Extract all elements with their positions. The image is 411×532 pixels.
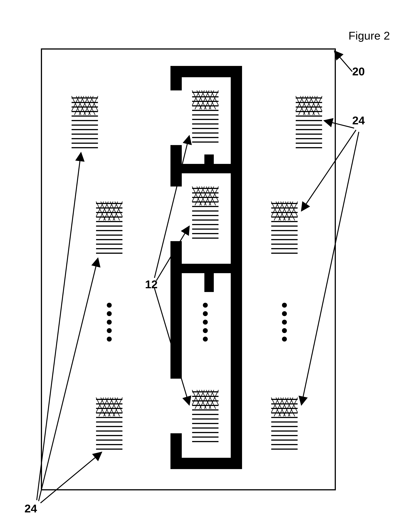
svg-rect-34 (171, 241, 182, 379)
free-element (294, 94, 324, 151)
free-element (269, 200, 299, 256)
svg-rect-40 (204, 264, 214, 292)
free-element (269, 396, 299, 452)
enclosed-element (190, 388, 220, 445)
free-element (94, 200, 124, 256)
callout-20: 20 (334, 51, 365, 78)
svg-text:12: 12 (145, 278, 158, 291)
enclosed-element (190, 88, 220, 145)
free-element (94, 396, 124, 452)
figure-svg: Figure 2 20 12 24 24 (0, 0, 411, 532)
free-element (70, 94, 100, 151)
enclosed-element (190, 185, 220, 241)
svg-rect-39 (204, 154, 214, 173)
svg-rect-38 (215, 264, 242, 273)
svg-rect-32 (171, 66, 182, 90)
svg-text:24: 24 (352, 114, 365, 127)
svg-line-42 (334, 51, 352, 72)
figure-label: Figure 2 (348, 29, 390, 42)
svg-text:20: 20 (352, 65, 365, 78)
svg-text:24: 24 (25, 502, 37, 515)
svg-rect-35 (171, 433, 182, 469)
